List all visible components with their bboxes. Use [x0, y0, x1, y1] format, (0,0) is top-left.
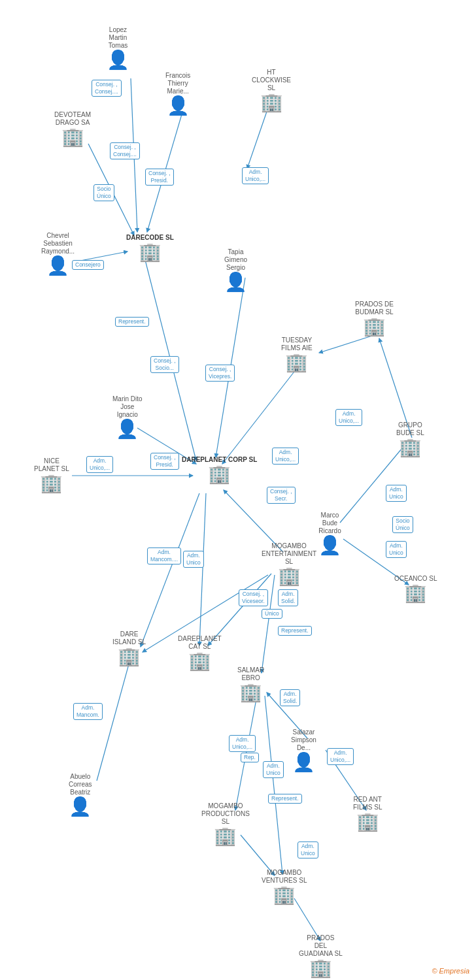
company-icon: 🏢	[188, 652, 211, 670]
node-francois-thierry[interactable]: FrancoisThierryMarie... 👤	[165, 72, 190, 115]
company-icon: 🏢	[139, 243, 162, 261]
company-icon: 🏢	[399, 438, 422, 457]
badge-consej-socio: Consej. ,Socio...	[150, 356, 179, 373]
badge-represent-1: Represent.	[115, 317, 149, 327]
badge-adm-solid-2: Adm.Solid.	[280, 689, 300, 706]
node-abuelo-correas[interactable]: AbueloCorreasBeatriz 👤	[69, 773, 92, 816]
node-tuesday-films[interactable]: TUESDAYFILMS AIE 🏢	[281, 336, 313, 372]
badge-unico: Único	[262, 609, 282, 619]
person-icon: 👤	[107, 51, 129, 69]
company-icon: 🏢	[61, 128, 84, 146]
node-chevrel[interactable]: ChevrelSebastienRaymond... 👤	[41, 232, 75, 275]
badge-consej-presid-1: Consej. ,Presid.	[145, 169, 174, 186]
copyright: © Empresia	[432, 967, 469, 975]
badge-adm-unico-salazar: Adm.Unico	[263, 761, 284, 778]
badge-adm-unico-tuesday: Adm.Unico,...	[272, 448, 299, 465]
svg-line-24	[265, 696, 282, 874]
company-icon: 🏢	[278, 567, 301, 585]
svg-line-11	[319, 335, 374, 353]
graph-container: DAREPLANET CORP SL 🏢 DARECODE SL 🏢 DEVOT…	[0, 0, 476, 980]
company-icon: 🏢	[363, 318, 386, 336]
badge-adm-unico-mog-corp: Adm.Unico	[183, 551, 204, 568]
badge-adm-mancom-2: Adm.Mancom.	[73, 703, 103, 720]
person-icon: 👤	[224, 273, 247, 291]
svg-line-6	[247, 108, 268, 169]
badge-adm-mancom-1: Adm.Mancom....	[147, 547, 181, 564]
person-icon: 👤	[116, 420, 139, 438]
company-icon: 🏢	[239, 683, 262, 702]
node-prados-budmar[interactable]: PRADOS DEBUDMAR SL 🏢	[355, 301, 394, 336]
person-icon: 👤	[318, 536, 341, 555]
node-devoteam-drago[interactable]: DEVOTEAMDRAGO SA 🏢	[54, 111, 91, 146]
node-lopez-martin[interactable]: LopezMartinTomas 👤	[107, 26, 129, 69]
badge-adm-unico-nice: Adm.Unico,...	[86, 456, 113, 473]
person-icon: 👤	[69, 798, 92, 816]
svg-line-19	[97, 662, 129, 781]
node-red-ant-films[interactable]: RED ANTFILMS SL 🏢	[353, 796, 382, 831]
badge-adm-solid-1: Adm.Solid.	[278, 589, 298, 606]
company-icon: 🏢	[273, 886, 296, 904]
company-icon: 🏢	[285, 353, 308, 372]
node-marco-bude[interactable]: MarcoBudeRicardo 👤	[318, 512, 341, 555]
badge-consej-presid-2: Consej. ,Presid.	[150, 453, 179, 470]
node-grupo-bude[interactable]: GRUPOBUDE SL 🏢	[396, 421, 424, 457]
node-dareplanet-cat[interactable]: DAREPLANETCAT SL 🏢	[178, 635, 222, 670]
company-red-icon: 🏢	[208, 465, 231, 483]
badge-rep: Rep.	[241, 753, 259, 762]
badge-adm-unico-marco: Adm.Unico	[386, 541, 407, 558]
node-mogambo-ventures[interactable]: MOGAMBOVENTURES SL 🏢	[262, 869, 307, 904]
node-oceanco[interactable]: OCEANCO SL 🏢	[394, 575, 437, 602]
node-ht-clockwise[interactable]: HTCLOCKWISESL 🏢	[252, 69, 291, 112]
svg-line-26	[141, 493, 199, 647]
person-icon: 👤	[46, 257, 69, 275]
company-icon: 🏢	[404, 584, 427, 602]
badge-consej-viceseor: Consej. ,Viceseor.	[239, 589, 268, 606]
node-prados-guadiana[interactable]: PRADOSDELGUADIANA SL 🏢	[299, 934, 343, 977]
node-mogambo-ent[interactable]: MOGAMBOENTERTAINMENTSL 🏢	[262, 542, 316, 585]
badge-adm-unico-ventures: Adm.Unico	[298, 841, 318, 858]
badge-consejero: Consejero	[72, 260, 104, 270]
company-icon: 🏢	[260, 93, 283, 112]
node-nice-planet[interactable]: NICEPLANET SL 🏢	[34, 457, 69, 493]
badge-adm-unico-salmar: Adm.Unico,...	[229, 735, 256, 752]
badge-adm-unico-ht: Adm.Unico,...	[242, 167, 269, 184]
badge-consej-consej-1: Consej. ,Consej....	[92, 80, 122, 97]
badge-consej-secr: Consej. ,Secr.	[267, 487, 296, 504]
badge-adm-unico-grupo: Adm.Unico	[386, 485, 407, 502]
node-salmar-ebro[interactable]: SALMAREBRO 🏢	[237, 666, 264, 702]
node-dare-island[interactable]: DAREISLAND SL 🏢	[112, 630, 146, 666]
svg-line-13	[340, 444, 405, 523]
badge-adm-unico-red-ant: Adm.Unico,...	[327, 748, 354, 765]
badge-consej-consej-2: Consej. ,Consej....	[110, 142, 140, 159]
badge-represent-3: Represent.	[268, 794, 302, 804]
badge-consej-vicepres: Consej. ,Vicepres.	[205, 365, 235, 382]
badge-socio-unico-1: SocioÚnico	[94, 184, 114, 201]
person-icon: 👤	[167, 97, 190, 115]
company-icon: 🏢	[356, 813, 379, 831]
badge-represent-2: Represent.	[278, 626, 312, 636]
node-marin-dito[interactable]: Marin DitoJoseIgnacio 👤	[112, 395, 143, 438]
node-salazar-simpson[interactable]: SalazarSimpsonDe... 👤	[291, 728, 316, 772]
svg-line-27	[199, 493, 206, 645]
company-icon: 🏢	[40, 474, 63, 493]
person-icon: 👤	[292, 753, 315, 772]
node-tapia-gimeno[interactable]: TapiaGimenoSergio 👤	[224, 248, 247, 291]
company-icon: 🏢	[118, 647, 141, 666]
badge-socio-unico-2: SocioÚnico	[392, 516, 413, 533]
node-mogambo-prod[interactable]: MOGAMBOPRODUCTIONSSL 🏢	[201, 802, 250, 845]
company-icon: 🏢	[309, 959, 332, 977]
company-icon: 🏢	[214, 827, 237, 845]
node-darecode[interactable]: DARECODE SL 🏢	[126, 234, 174, 261]
badge-adm-unico-prados: Adm.Unico,...	[335, 409, 362, 426]
node-dareplanet-corp[interactable]: DAREPLANET CORP SL 🏢	[182, 456, 257, 483]
